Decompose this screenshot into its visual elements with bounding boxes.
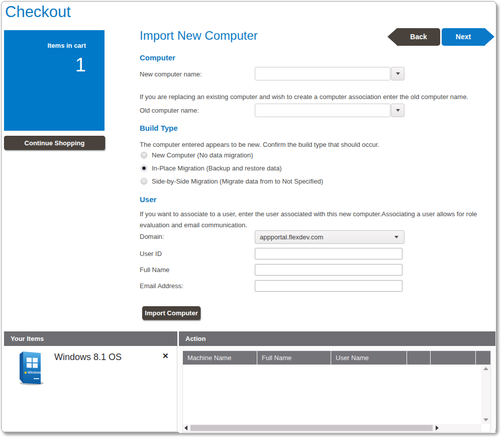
full-name-input[interactable] [255,264,402,276]
radio-button-icon[interactable] [141,152,147,158]
old-computer-name-combobox [255,104,405,117]
new-computer-name-input[interactable] [255,67,390,80]
column-header-full-name[interactable]: Full Name [257,351,331,365]
radio-in-place-migration-label[interactable]: In-Place Migration (Backup and restore d… [152,164,282,172]
next-button[interactable]: Next [442,28,485,46]
old-computer-name-input[interactable] [255,104,390,117]
build-type-section-heading: Build Type [140,124,178,132]
domain-selected-value: appportal.flexdev.com [255,233,394,241]
column-header-machine-name[interactable]: Machine Name [183,351,257,365]
radio-side-by-side-migration[interactable]: Side-by-Side Migration (Migrate data fro… [141,178,323,185]
domain-select[interactable]: appportal.flexdev.com [255,230,405,244]
radio-button-icon[interactable] [141,165,147,171]
old-computer-name-label: Old computer name: [140,107,199,114]
back-button[interactable]: Back [397,28,440,46]
user-section-note: If you want to associate to a user, ente… [140,209,494,231]
scroll-left-icon[interactable] [184,425,187,430]
radio-new-computer-label[interactable]: New Computer (No data migration) [152,151,253,159]
scroll-up-icon[interactable] [483,367,488,370]
old-computer-name-dropdown-button[interactable] [391,104,405,117]
items-in-cart-label: Items in cart [4,30,105,49]
email-address-input[interactable] [255,280,402,292]
next-button-label: Next [456,33,471,41]
checkout-page: Checkout Items in cart 1 Continue Shoppi… [1,1,496,432]
new-computer-name-dropdown-button[interactable] [391,67,405,80]
chevron-down-icon [396,72,400,75]
import-computer-button[interactable]: Import Computer [142,306,200,320]
continue-shopping-button[interactable]: Continue Shopping [4,136,105,150]
action-header: Action [179,331,495,346]
full-name-label: Full Name [140,266,169,274]
domain-label: Domain: [140,233,164,240]
chevron-down-icon [396,109,400,112]
radio-button-icon[interactable] [141,178,147,185]
vertical-scrollbar[interactable] [481,365,490,424]
your-items-header: Your Items [4,331,177,346]
action-panel: Machine Name Full Name User Name [179,346,495,433]
radio-in-place-migration[interactable]: In-Place Migration (Backup and restore d… [141,164,282,172]
radio-side-by-side-migration-label[interactable]: Side-by-Side Migration (Migrate data fro… [152,178,323,185]
new-computer-name-label: New computer name: [140,70,202,78]
new-computer-name-combobox [255,67,405,80]
product-box-brand-text: Windows 7 [28,371,44,374]
remove-item-button[interactable]: ✕ [162,352,169,360]
horizontal-scrollbar-thumb[interactable] [190,425,433,431]
cart-count: 1 [4,49,105,76]
user-id-input[interactable] [255,248,402,259]
user-section-heading: User [140,195,156,204]
machines-grid-body [183,365,481,424]
scroll-right-icon[interactable] [436,425,439,430]
cart-summary-tile: Items in cart 1 [4,30,105,131]
column-header-empty-1 [407,351,431,365]
chevron-down-icon [394,236,398,238]
build-type-note: The computer entered appears to be new. … [140,139,494,150]
windows-product-box-image: Windows 7 [12,350,49,387]
user-id-label: User ID [140,250,162,257]
replace-computer-note: If you are replacing an existing compute… [140,92,494,103]
machines-grid-header-row: Machine Name Full Name User Name [183,351,490,365]
scroll-down-icon[interactable] [483,418,488,421]
form-title: Import New Computer [140,29,258,43]
page-title: Checkout [5,3,71,21]
column-header-user-name[interactable]: User Name [331,351,407,365]
back-button-label: Back [410,33,427,41]
your-items-panel: Windows 7 Windows 8.1 OS ✕ [4,346,177,432]
radio-new-computer[interactable]: New Computer (No data migration) [141,151,253,159]
cart-item-name: Windows 8.1 OS [54,352,122,363]
column-header-empty-2 [431,351,476,365]
computer-section-heading: Computer [140,53,175,62]
email-address-label: Email Address: [140,282,183,290]
column-header-scroll-corner [476,351,490,365]
horizontal-scrollbar[interactable] [183,424,481,432]
machines-grid: Machine Name Full Name User Name [182,350,491,432]
